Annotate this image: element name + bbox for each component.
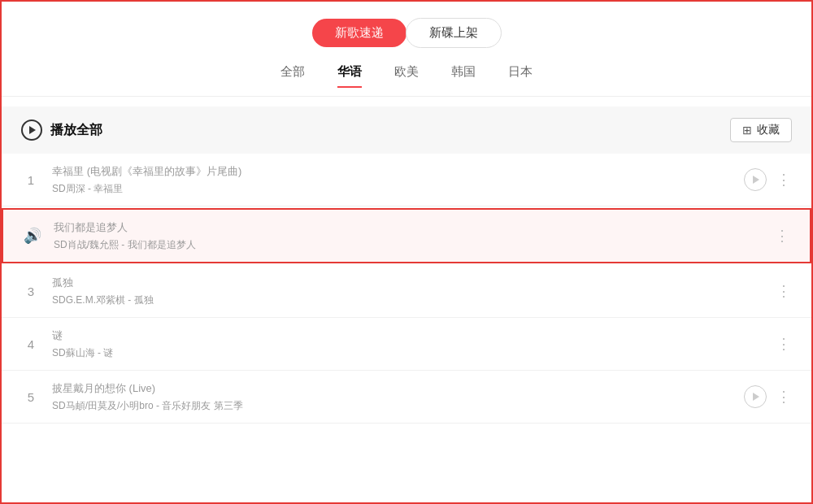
collect-button[interactable]: ⊞ 收藏	[730, 118, 792, 142]
song-actions: ⋮	[744, 385, 792, 408]
category-tab-华语[interactable]: 华语	[337, 64, 362, 88]
song-artist: SD蘇山海 - 谜	[52, 346, 776, 360]
song-artist: SD马頔/田莫及/小明bro - 音乐好朋友 第三季	[52, 399, 744, 413]
song-artist: SD周深 - 幸福里	[52, 182, 744, 196]
song-title-line: 幸福里 (电视剧《幸福里的故事》片尾曲)	[52, 163, 744, 179]
song-title-line: 披星戴月的想你 (Live)	[52, 380, 744, 396]
song-item-1[interactable]: 1幸福里 (电视剧《幸福里的故事》片尾曲)SD周深 - 幸福里⋮	[2, 154, 811, 206]
song-more-button[interactable]: ⋮	[776, 284, 792, 298]
play-all-icon[interactable]	[21, 119, 42, 141]
collect-icon: ⊞	[742, 124, 752, 137]
song-number: 4	[21, 337, 41, 351]
song-item-3[interactable]: 3孤独SDG.E.M.邓紫棋 - 孤独⋮	[2, 265, 811, 318]
song-info: 幸福里 (电视剧《幸福里的故事》片尾曲)SD周深 - 幸福里	[52, 163, 744, 196]
song-item-2[interactable]: 🔊我们都是追梦人SD肖战/魏允熙 - 我们都是追梦人⋮	[2, 208, 811, 263]
song-info: 孤独SDG.E.M.邓紫棋 - 孤独	[52, 275, 776, 307]
song-artist: SD肖战/魏允熙 - 我们都是追梦人	[54, 238, 775, 252]
song-more-button[interactable]: ⋮	[776, 389, 792, 404]
play-all-row: 播放全部 ⊞ 收藏	[2, 106, 811, 154]
play-all-left: 播放全部	[21, 119, 102, 141]
song-title-line: 我们都是追梦人	[54, 219, 775, 235]
song-info: 我们都是追梦人SD肖战/魏允熙 - 我们都是追梦人	[54, 219, 775, 252]
song-actions: ⋮	[776, 284, 792, 298]
song-actions: ⋮	[775, 228, 790, 243]
song-info: 谜SD蘇山海 - 谜	[52, 328, 776, 360]
song-actions: ⋮	[776, 337, 792, 351]
song-info: 披星戴月的想你 (Live)SD马頔/田莫及/小明bro - 音乐好朋友 第三季	[52, 380, 744, 413]
song-item-5[interactable]: 5披星戴月的想你 (Live)SD马頔/田莫及/小明bro - 音乐好朋友 第三…	[2, 371, 811, 424]
category-tab-日本[interactable]: 日本	[508, 64, 533, 88]
song-title-line: 孤独	[52, 275, 776, 290]
category-tab-欧美[interactable]: 欧美	[394, 64, 419, 88]
category-tab-韩国[interactable]: 韩国	[451, 64, 476, 88]
play-all-text: 播放全部	[50, 122, 102, 139]
playing-icon: 🔊	[23, 227, 42, 245]
song-number: 3	[21, 285, 41, 298]
song-play-button[interactable]	[744, 168, 767, 191]
song-number: 5	[21, 390, 41, 404]
main-container: 新歌速递 新碟上架 全部华语欧美韩国日本 播放全部 ⊞ 收藏 1幸福里 (电视剧…	[2, 2, 811, 502]
category-tabs: 全部华语欧美韩国日本	[2, 64, 811, 97]
song-more-button[interactable]: ⋮	[776, 172, 792, 187]
tab-new-songs[interactable]: 新歌速递	[312, 19, 406, 47]
song-list: 1幸福里 (电视剧《幸福里的故事》片尾曲)SD周深 - 幸福里⋮🔊我们都是追梦人…	[2, 154, 811, 502]
song-number: 1	[21, 173, 41, 187]
category-tab-全部[interactable]: 全部	[280, 64, 305, 88]
song-artist: SDG.E.M.邓紫棋 - 孤独	[52, 293, 776, 307]
tab-new-albums[interactable]: 新碟上架	[406, 18, 502, 48]
song-title-line: 谜	[52, 328, 776, 343]
song-actions: ⋮	[744, 168, 792, 191]
song-more-button[interactable]: ⋮	[776, 337, 792, 351]
song-item-4[interactable]: 4谜SD蘇山海 - 谜⋮	[2, 318, 811, 371]
song-play-button[interactable]	[744, 385, 767, 408]
song-more-button[interactable]: ⋮	[775, 228, 790, 243]
top-tabs: 新歌速递 新碟上架	[2, 18, 811, 48]
collect-label: 收藏	[757, 123, 780, 137]
